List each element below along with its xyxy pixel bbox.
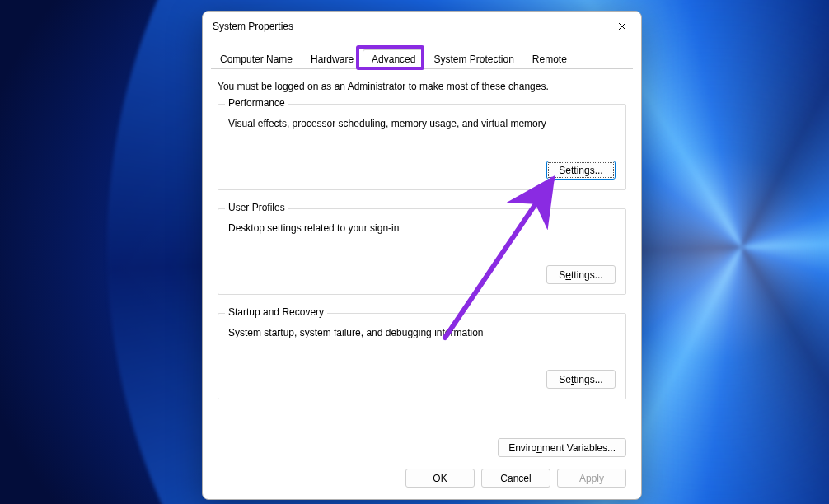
tab-system-protection[interactable]: System Protection — [424, 49, 522, 68]
tab-strip: Computer Name Hardware Advanced System P… — [211, 49, 633, 69]
tab-content: You must be logged on as an Administrato… — [203, 69, 641, 435]
tab-advanced[interactable]: Advanced — [363, 49, 424, 69]
env-variables-row: Environment Variables... — [203, 438, 641, 457]
window-title: System Properties — [213, 21, 293, 32]
user-profiles-group-title: User Profiles — [225, 202, 288, 213]
startup-recovery-settings-button[interactable]: Settings... — [546, 370, 616, 389]
tab-hardware[interactable]: Hardware — [302, 49, 363, 68]
ok-button[interactable]: OK — [405, 469, 475, 488]
performance-group: Performance Visual effects, processor sc… — [218, 104, 626, 190]
admin-notice: You must be logged on as an Administrato… — [218, 81, 626, 92]
user-profiles-settings-button[interactable]: Settings... — [546, 265, 616, 284]
titlebar: System Properties — [203, 12, 641, 41]
system-properties-dialog: System Properties Computer Name Hardware… — [202, 11, 642, 500]
close-button[interactable] — [603, 13, 641, 40]
environment-variables-button[interactable]: Environment Variables... — [498, 438, 626, 457]
apply-button[interactable]: Apply — [557, 469, 626, 488]
startup-recovery-group: Startup and Recovery System startup, sys… — [218, 313, 626, 399]
performance-group-title: Performance — [225, 97, 288, 109]
dialog-footer: OK Cancel Apply — [203, 457, 641, 499]
tab-remote[interactable]: Remote — [523, 49, 576, 68]
performance-desc: Visual effects, processor scheduling, me… — [228, 118, 616, 129]
user-profiles-desc: Desktop settings related to your sign-in — [228, 222, 616, 234]
startup-recovery-desc: System startup, system failure, and debu… — [228, 327, 616, 338]
startup-recovery-group-title: Startup and Recovery — [225, 306, 327, 318]
performance-settings-button[interactable]: Settings... — [546, 161, 616, 180]
tab-computer-name[interactable]: Computer Name — [211, 49, 302, 68]
close-icon — [618, 22, 626, 30]
cancel-button[interactable]: Cancel — [481, 469, 550, 488]
user-profiles-group: User Profiles Desktop settings related t… — [218, 208, 626, 295]
